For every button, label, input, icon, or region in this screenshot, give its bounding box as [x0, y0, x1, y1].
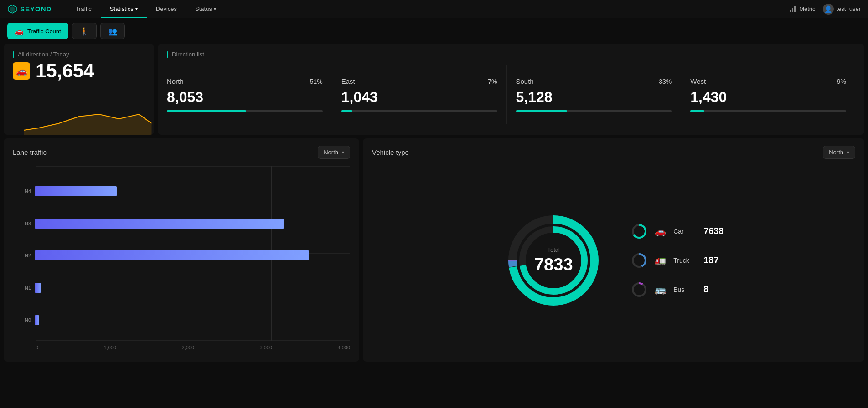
- bars-area: N4 N3 N2 N1 N0: [36, 171, 350, 341]
- dir-top: West 9%: [690, 77, 846, 85]
- logo: SEYOND: [7, 4, 52, 14]
- metric-button[interactable]: Metric: [789, 5, 815, 13]
- svg-rect-4: [794, 6, 796, 12]
- bar-fill: [35, 186, 117, 196]
- bar-wrap: [35, 250, 350, 260]
- vehicle-row-bus: 🚌 Bus 8: [631, 281, 724, 298]
- status-arrow-icon: ▾: [214, 6, 216, 11]
- pedestrian-button[interactable]: 🚶: [72, 23, 97, 39]
- x-axis: 01,0002,0003,0004,000: [36, 341, 350, 354]
- car-icon-big: 🚗: [13, 62, 30, 80]
- vehicle-count: 187: [703, 255, 718, 265]
- bar-label: N2: [13, 253, 31, 258]
- dir-bar-fill: [690, 110, 704, 112]
- directions-grid: North 51% 8,053 East 7% 1,043 South 33% …: [167, 65, 855, 124]
- donut-chart-container: Total 7833: [503, 210, 604, 311]
- bar-wrap: [35, 315, 350, 325]
- dir-value: 8,053: [167, 89, 323, 106]
- bar-fill: [35, 283, 41, 293]
- dir-pct: 7%: [488, 78, 497, 85]
- vehicle-type-card: Vehicle type North ▾: [363, 138, 864, 362]
- direction-item-south: South 33% 5,128: [507, 65, 682, 124]
- bar-label: N4: [13, 189, 31, 194]
- dir-top: East 7%: [341, 77, 497, 85]
- dir-top: South 33%: [516, 77, 672, 85]
- group-button[interactable]: 👥: [100, 23, 125, 39]
- bar-fill: [35, 250, 309, 260]
- direction-list-card: Direction list North 51% 8,053 East 7% 1…: [158, 44, 864, 135]
- all-direction-card: All direction / Today 🚗 15,654: [4, 44, 154, 135]
- vehicle-type-header: Vehicle type North ▾: [372, 146, 855, 159]
- dir-name: South: [516, 77, 534, 85]
- bar-label: N1: [13, 285, 31, 291]
- bar-wrap: [35, 186, 350, 196]
- vehicle-donut-small: [631, 281, 647, 298]
- nav-item-devices[interactable]: Devices: [147, 0, 186, 18]
- vehicle-list: 🚗 Car 7638 🚛 Truck 187 🚌 Bus 8: [631, 223, 724, 298]
- direction-item-east: East 7% 1,043: [332, 65, 507, 124]
- vehicle-icon: 🚌: [655, 284, 666, 295]
- bar-fill: [35, 315, 39, 325]
- svg-point-15: [633, 283, 646, 296]
- donut-section: Total 7833 🚗 Car 7638 🚛 Truck 187: [372, 166, 855, 354]
- lane-traffic-title: Lane traffic: [13, 148, 46, 156]
- nav-right: Metric 👤 test_user: [789, 4, 861, 15]
- svg-rect-2: [790, 10, 791, 12]
- avatar: 👤: [823, 4, 834, 15]
- group-icon: 👥: [108, 27, 117, 36]
- vehicle-count: 8: [703, 284, 708, 295]
- bar-row-n4: N4: [36, 186, 350, 196]
- dir-pct: 9%: [837, 78, 846, 85]
- user-button[interactable]: 👤 test_user: [823, 4, 861, 15]
- dir-name: West: [690, 77, 706, 85]
- pedestrian-icon: 🚶: [80, 27, 89, 36]
- dropdown-arrow-icon: ▾: [342, 150, 344, 155]
- vehicle-donut-small: [631, 223, 647, 240]
- accent-bar-dir: [167, 51, 168, 58]
- direction-item-west: West 9% 1,430: [681, 65, 855, 124]
- vehicle-row-car: 🚗 Car 7638: [631, 223, 724, 240]
- svg-marker-1: [10, 6, 15, 12]
- vehicle-type-dropdown[interactable]: North ▾: [823, 146, 855, 159]
- car-icon: 🚗: [15, 27, 24, 36]
- dir-bar-bg: [341, 110, 497, 112]
- dir-name: East: [341, 77, 355, 85]
- x-label: 0: [36, 345, 38, 350]
- dir-name: North: [167, 77, 184, 85]
- bar-wrap: [35, 219, 350, 229]
- bar-label: N0: [13, 317, 31, 323]
- x-label: 4,000: [337, 345, 350, 350]
- vehicle-type-title: Vehicle type: [372, 148, 409, 156]
- lane-traffic-header: Lane traffic North ▾: [13, 146, 350, 159]
- nav-items: Traffic Statistics ▾ Devices Status ▾: [66, 0, 789, 18]
- sparkline-chart: [4, 98, 154, 135]
- dir-bar-bg: [690, 110, 846, 112]
- vehicle-count: 7638: [703, 226, 724, 236]
- svg-rect-3: [792, 8, 793, 12]
- nav-item-statistics[interactable]: Statistics ▾: [101, 0, 147, 18]
- dir-bar-fill: [167, 110, 246, 112]
- x-label: 3,000: [260, 345, 273, 350]
- statistics-arrow-icon: ▾: [135, 6, 138, 11]
- bar-row-n2: N2: [36, 250, 350, 260]
- dir-top: North 51%: [167, 77, 323, 85]
- dir-bar-bg: [167, 110, 323, 112]
- traffic-count-button[interactable]: 🚗 Traffic Count: [7, 23, 68, 39]
- bar-row-n3: N3: [36, 219, 350, 229]
- metric-icon: [789, 5, 796, 13]
- lane-traffic-dropdown[interactable]: North ▾: [318, 146, 350, 159]
- top-navigation: SEYOND Traffic Statistics ▾ Devices Stat…: [0, 0, 868, 18]
- accent-bar: [13, 51, 14, 58]
- logo-text: SEYOND: [20, 5, 52, 13]
- nav-item-traffic[interactable]: Traffic: [66, 0, 100, 18]
- dir-value: 1,043: [341, 89, 497, 106]
- bar-wrap: [35, 283, 350, 293]
- dir-bar-bg: [516, 110, 672, 112]
- vt-dropdown-arrow-icon: ▾: [847, 150, 849, 155]
- bottom-row: Lane traffic North ▾: [4, 138, 864, 362]
- x-label: 2,000: [182, 345, 195, 350]
- top-row: All direction / Today 🚗 15,654 Direction…: [4, 44, 864, 135]
- x-label: 1,000: [104, 345, 117, 350]
- vehicle-name: Car: [673, 228, 696, 235]
- nav-item-status[interactable]: Status ▾: [186, 0, 225, 18]
